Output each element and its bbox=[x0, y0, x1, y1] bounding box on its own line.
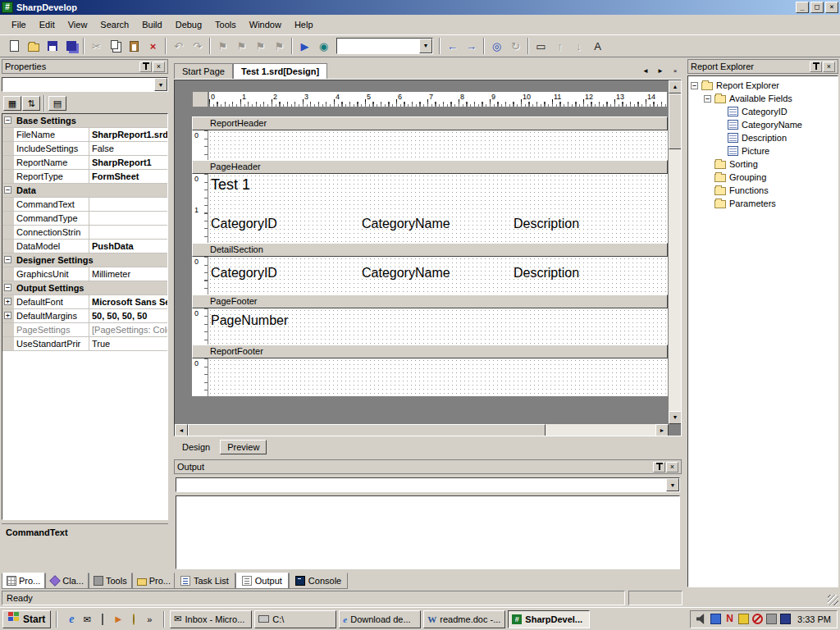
close-icon[interactable]: × bbox=[823, 62, 835, 72]
internet-explorer-icon[interactable]: e bbox=[65, 613, 78, 626]
property-name[interactable]: ReportType bbox=[14, 170, 89, 183]
property-value[interactable]: Microsoft Sans Seri bbox=[89, 295, 167, 308]
font-button[interactable]: A bbox=[588, 37, 607, 55]
property-row[interactable]: PageSettings [PageSettings: Color= bbox=[2, 323, 167, 337]
menu-file[interactable]: File bbox=[5, 16, 33, 33]
property-name[interactable]: UseStandartPrir bbox=[14, 337, 89, 350]
property-value[interactable]: [PageSettings: Color= bbox=[89, 323, 167, 336]
menu-edit[interactable]: Edit bbox=[33, 16, 62, 33]
object-selector-combobox[interactable]: ▼ bbox=[2, 77, 168, 92]
scroll-down-icon[interactable]: ▼ bbox=[669, 411, 682, 424]
antivirus-icon[interactable] bbox=[738, 614, 749, 624]
new-file-button[interactable] bbox=[5, 37, 24, 55]
property-name[interactable]: FileName bbox=[14, 128, 89, 141]
task-button-inbox[interactable]: ✉ Inbox - Micro... bbox=[170, 610, 252, 628]
close-document-icon[interactable]: × bbox=[669, 65, 682, 77]
tab-tools[interactable]: Tools bbox=[89, 573, 132, 589]
property-row[interactable]: ConnectionStrin bbox=[2, 226, 167, 240]
property-name[interactable]: GraphicsUnit bbox=[14, 267, 89, 281]
tab-scroll-left-icon[interactable]: ◄ bbox=[639, 65, 652, 77]
section-band-pageheader[interactable]: PageHeader bbox=[192, 160, 668, 174]
tab-projects[interactable]: Pro... bbox=[132, 573, 176, 589]
tab-start-page[interactable]: Start Page bbox=[174, 63, 233, 79]
tree-item-description[interactable]: Description bbox=[688, 131, 838, 144]
property-value[interactable]: False bbox=[89, 142, 167, 155]
tree-item-sorting[interactable]: Sorting bbox=[688, 158, 838, 171]
expand-icon[interactable]: + bbox=[4, 312, 11, 319]
section-content-detailsection[interactable]: CategoryID CategoryName Description bbox=[208, 257, 668, 294]
pin-icon[interactable] bbox=[653, 462, 665, 472]
output-text-area[interactable] bbox=[176, 495, 680, 569]
tab-properties[interactable]: Pro... bbox=[2, 573, 45, 589]
property-row[interactable]: CommandText bbox=[2, 198, 167, 212]
tab-classes[interactable]: Cla... bbox=[45, 573, 89, 589]
section-band-reportfooter[interactable]: ReportFooter bbox=[192, 345, 668, 358]
property-category-row[interactable]: − Designer Settings bbox=[2, 253, 167, 267]
task-button-readme[interactable]: W readme.doc -... bbox=[423, 610, 505, 628]
media-player-icon[interactable]: ▶ bbox=[112, 613, 125, 626]
close-button[interactable]: × bbox=[825, 2, 838, 13]
categorized-button[interactable]: ▦ bbox=[3, 96, 21, 111]
update-icon[interactable] bbox=[127, 613, 140, 626]
network-monitor-icon[interactable] bbox=[780, 614, 791, 624]
tab-scroll-right-icon[interactable]: ► bbox=[654, 65, 667, 77]
paste-button[interactable] bbox=[125, 37, 144, 55]
tree-item-functions[interactable]: Functions bbox=[688, 184, 838, 197]
copy-button[interactable] bbox=[106, 37, 125, 55]
resize-grip[interactable] bbox=[828, 595, 838, 605]
property-row[interactable]: ReportType FormSheet bbox=[2, 170, 167, 184]
move-down-button[interactable]: ↓ bbox=[569, 37, 588, 55]
alphabetical-button[interactable]: ⇅ bbox=[22, 96, 40, 111]
menu-view[interactable]: View bbox=[62, 16, 94, 33]
menu-window[interactable]: Window bbox=[243, 16, 288, 33]
task-button-sharpdevelop[interactable]: # SharpDevel... bbox=[508, 610, 590, 628]
property-row[interactable]: UseStandartPrir True bbox=[2, 337, 167, 351]
section-content-reportheader[interactable] bbox=[208, 130, 668, 160]
report-item-column-header[interactable]: CategoryID bbox=[211, 217, 277, 231]
property-name[interactable]: DataModel bbox=[14, 240, 89, 253]
menu-help[interactable]: Help bbox=[288, 16, 320, 33]
navigate-forward-button[interactable]: → bbox=[462, 37, 481, 55]
tree-item-grouping[interactable]: Grouping bbox=[688, 171, 838, 184]
section-band-detailsection[interactable]: DetailSection bbox=[192, 243, 668, 257]
tree-item-report-explorer[interactable]: − Report Explorer bbox=[688, 79, 838, 92]
overflow-chevron-icon[interactable]: » bbox=[143, 613, 156, 626]
task-button-cdrive[interactable]: C:\ bbox=[254, 610, 336, 628]
property-value[interactable]: SharpReport1.srd bbox=[89, 128, 167, 141]
new-window-button[interactable]: ▭ bbox=[532, 37, 550, 55]
property-value[interactable] bbox=[89, 226, 167, 239]
save-all-button[interactable] bbox=[62, 37, 80, 55]
property-row[interactable]: ReportName SharpReport1 bbox=[2, 156, 167, 170]
configuration-combobox[interactable]: ▼ bbox=[336, 38, 433, 54]
property-name[interactable]: CommandType bbox=[14, 212, 89, 225]
vertical-scroll-thumb[interactable] bbox=[669, 94, 682, 149]
menu-debug[interactable]: Debug bbox=[169, 16, 208, 33]
close-icon[interactable]: × bbox=[666, 462, 678, 472]
property-value[interactable]: PushData bbox=[89, 240, 167, 253]
chevron-down-icon[interactable]: ▼ bbox=[419, 39, 432, 53]
maximize-button[interactable]: □ bbox=[810, 2, 824, 13]
collapse-icon[interactable]: − bbox=[691, 82, 698, 89]
pin-icon[interactable] bbox=[139, 62, 152, 72]
redo-button[interactable]: ↷ bbox=[188, 37, 207, 55]
property-name[interactable]: ConnectionStrin bbox=[14, 226, 89, 239]
section-content-reportfooter[interactable] bbox=[208, 358, 668, 396]
close-icon[interactable]: × bbox=[153, 62, 165, 72]
property-value[interactable]: 50, 50, 50, 50 bbox=[89, 309, 167, 322]
section-content-pageheader[interactable]: Test 1 CategoryID CategoryName Descripti… bbox=[208, 174, 668, 243]
chevron-down-icon[interactable]: ▼ bbox=[154, 78, 167, 91]
save-button[interactable] bbox=[43, 37, 62, 55]
property-row[interactable]: CommandType bbox=[2, 212, 167, 226]
scroll-up-icon[interactable]: ▲ bbox=[669, 80, 682, 94]
collapse-icon[interactable]: − bbox=[4, 284, 11, 291]
display-settings-icon[interactable] bbox=[710, 614, 721, 624]
property-value[interactable] bbox=[89, 198, 167, 211]
section-band-reportheader[interactable]: ReportHeader bbox=[192, 116, 668, 130]
collapse-icon[interactable]: − bbox=[4, 186, 11, 194]
expand-icon[interactable]: + bbox=[4, 298, 11, 305]
vertical-scrollbar[interactable]: ▲ ▼ bbox=[669, 80, 682, 424]
report-item-field[interactable]: CategoryName bbox=[362, 266, 450, 281]
tree-item-parameters[interactable]: Parameters bbox=[688, 197, 838, 210]
property-category-row[interactable]: − Output Settings bbox=[2, 281, 167, 295]
report-item-field[interactable]: Description bbox=[514, 266, 579, 281]
